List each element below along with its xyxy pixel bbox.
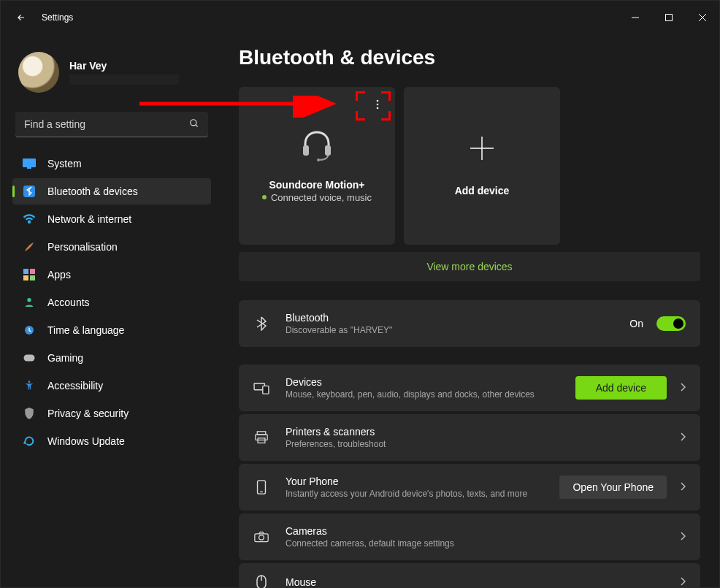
update-icon — [23, 435, 36, 448]
nav-accessibility[interactable]: Accessibility — [12, 373, 211, 399]
svg-rect-11 — [30, 269, 35, 274]
svg-rect-1 — [666, 15, 673, 21]
nav-apps[interactable]: Apps — [12, 261, 211, 288]
clock-icon — [23, 324, 36, 337]
cameras-row[interactable]: CamerasConnected cameras, default image … — [239, 513, 700, 560]
bluetooth-toggle[interactable] — [656, 316, 686, 331]
add-device-label: Add device — [455, 185, 510, 196]
more-vertical-icon — [376, 99, 379, 110]
bluetooth-row[interactable]: Bluetooth Discoverable as "HARVEY" On — [239, 300, 700, 347]
nav-list: System Bluetooth & devices Network & int… — [12, 150, 211, 454]
device-more-button[interactable] — [370, 97, 385, 112]
svg-point-14 — [27, 298, 31, 302]
apps-icon — [23, 268, 36, 281]
mouse-icon — [253, 575, 269, 588]
row-subtitle: Instantly access your Android device's p… — [286, 489, 543, 499]
nav-personalisation[interactable]: Personalisation — [12, 234, 211, 260]
nav-label: Windows Update — [47, 435, 125, 447]
search-wrap — [15, 112, 208, 137]
bluetooth-icon — [23, 185, 36, 198]
row-title: Printers & scanners — [286, 426, 664, 438]
chevron-right-icon — [680, 576, 686, 588]
nav-label: Privacy & security — [47, 408, 129, 419]
settings-window: Settings Har Vey System — [0, 0, 720, 588]
maximize-button[interactable] — [652, 6, 686, 29]
svg-rect-22 — [325, 145, 331, 156]
plus-icon — [469, 135, 495, 164]
device-tile[interactable]: Soundcore Motion+ Connected voice, music — [239, 87, 395, 245]
headset-icon — [299, 129, 334, 161]
phone-row[interactable]: Your PhoneInstantly access your Android … — [239, 464, 700, 511]
row-subtitle: Discoverable as "HARVEY" — [286, 325, 613, 335]
chevron-right-icon — [680, 381, 686, 394]
nav-system[interactable]: System — [12, 150, 211, 177]
accessibility-icon — [23, 379, 36, 392]
row-title: Mouse — [286, 576, 664, 588]
toggle-label: On — [629, 318, 643, 329]
view-more-link[interactable]: View more devices — [239, 252, 700, 281]
titlebar: Settings — [1, 1, 719, 34]
svg-point-17 — [28, 381, 31, 383]
chevron-right-icon — [680, 431, 686, 444]
svg-point-20 — [377, 107, 379, 110]
svg-rect-29 — [256, 435, 267, 440]
nav-label: System — [47, 158, 82, 169]
svg-rect-10 — [23, 269, 28, 274]
nav-accounts[interactable]: Accounts — [12, 289, 211, 316]
svg-point-19 — [377, 104, 379, 106]
minimize-button[interactable] — [618, 6, 652, 29]
mouse-row[interactable]: Mouse — [239, 563, 700, 588]
nav-network[interactable]: Network & internet — [12, 206, 211, 232]
nav-privacy[interactable]: Privacy & security — [12, 400, 211, 427]
svg-rect-16 — [24, 355, 35, 362]
printer-icon — [253, 431, 269, 444]
close-button[interactable] — [686, 6, 719, 29]
nav-label: Gaming — [47, 352, 83, 364]
sidebar: Har Vey System Bluetooth & devices Netwo… — [1, 34, 220, 588]
monitor-icon — [23, 157, 36, 170]
nav-update[interactable]: Windows Update — [12, 428, 211, 454]
devices-row[interactable]: DevicesMouse, keyboard, pen, audio, disp… — [239, 364, 700, 411]
window-controls — [618, 6, 719, 29]
row-title: Your Phone — [286, 476, 543, 487]
nav-gaming[interactable]: Gaming — [12, 345, 211, 371]
device-name: Soundcore Motion+ — [269, 179, 364, 191]
nav-bluetooth[interactable]: Bluetooth & devices — [12, 178, 211, 205]
nav-label: Bluetooth & devices — [47, 186, 138, 197]
nav-label: Time & language — [47, 324, 124, 336]
nav-label: Personalisation — [47, 241, 118, 253]
svg-line-5 — [196, 124, 198, 126]
svg-point-4 — [191, 119, 196, 125]
row-title: Bluetooth — [286, 312, 613, 324]
svg-point-9 — [28, 221, 30, 223]
svg-rect-7 — [27, 167, 31, 169]
row-title: Cameras — [286, 525, 664, 537]
profile-sub — [69, 75, 179, 85]
printers-row[interactable]: Printers & scannersPreferences, troubles… — [239, 414, 700, 461]
profile-block[interactable]: Har Vey — [12, 42, 211, 106]
open-phone-button[interactable]: Open Your Phone — [559, 476, 667, 499]
add-device-tile[interactable]: Add device — [404, 87, 560, 245]
window-title: Settings — [42, 12, 73, 23]
person-icon — [23, 296, 36, 309]
nav-time[interactable]: Time & language — [12, 317, 211, 343]
main-content: Bluetooth & devices Soundcore Motion+ Co… — [220, 34, 719, 588]
nav-label: Apps — [47, 269, 71, 280]
back-button[interactable] — [14, 10, 28, 25]
page-title: Bluetooth & devices — [239, 46, 700, 69]
svg-rect-12 — [23, 275, 28, 280]
row-subtitle: Connected cameras, default image setting… — [286, 538, 664, 549]
svg-point-23 — [317, 159, 320, 161]
chevron-right-icon — [680, 530, 686, 543]
search-icon — [189, 118, 199, 131]
nav-label: Network & internet — [47, 213, 131, 225]
search-input[interactable] — [15, 112, 208, 137]
svg-rect-21 — [303, 145, 309, 156]
bluetooth-icon — [253, 316, 269, 331]
svg-rect-27 — [263, 386, 269, 394]
nav-label: Accessibility — [47, 380, 103, 392]
svg-rect-6 — [23, 159, 36, 167]
svg-point-34 — [259, 535, 264, 541]
add-device-button[interactable]: Add device — [575, 376, 667, 400]
devices-icon — [253, 381, 269, 394]
